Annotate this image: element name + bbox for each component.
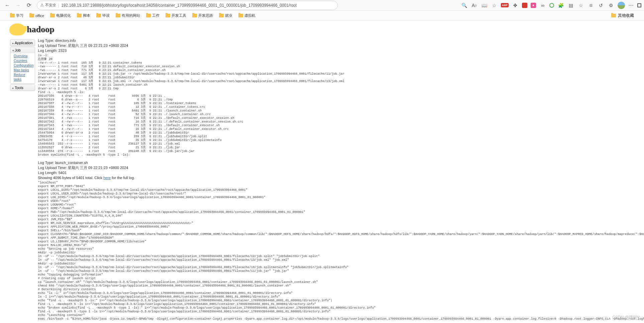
sidebar-job-label: Job	[15, 48, 21, 52]
folder-icon	[116, 14, 120, 17]
log-section: Log Type: launch_container.shLog Upload …	[38, 160, 644, 321]
extension-red-icon[interactable]	[522, 3, 527, 8]
favorite-star-icon[interactable]: ☆	[491, 2, 498, 9]
folder-icon	[50, 14, 55, 17]
hadoop-logo[interactable]: hadoop	[9, 23, 644, 35]
url-text: 192.168.19.107:19888/jobhistory/logs/loc…	[61, 3, 297, 8]
chevron-right-icon: ▸	[12, 42, 14, 45]
log-showing-line: Showing 4096 bytes of 5401 total. Click …	[38, 175, 644, 180]
panel-icon[interactable]: ▤	[567, 2, 574, 9]
insecure-label: 不安全	[45, 3, 56, 8]
performance-icon[interactable]: ⚙	[608, 2, 614, 9]
bookmark-label: 有用的网站	[122, 13, 140, 18]
bookmark-label: 就业	[225, 13, 232, 18]
folder-icon	[96, 14, 101, 17]
back-button[interactable]: ←	[3, 1, 12, 10]
bookmark-item[interactable]: office	[29, 13, 44, 18]
bookmarks-overflow[interactable]: 其他收藏	[611, 13, 634, 18]
bookmark-item[interactable]: 电脑优化	[50, 13, 71, 18]
bookmark-label: 开发思路	[198, 13, 213, 18]
extension-flower-icon[interactable]: ✤	[512, 2, 519, 9]
sidebar-link[interactable]: Map tasks	[14, 68, 33, 73]
log-meta-line: Log Type: directory.info	[38, 38, 644, 43]
insecure-badge: ⚠ 不安全	[40, 3, 56, 8]
bookmark-label: 开发工具	[172, 13, 186, 18]
toolbar-icons: 🔍 A)) 📖 ☆ ABP ✤ ★ ∞ 🧩 ▤ ☆ ⧇ ↺ ⚙ ⋯	[461, 2, 641, 9]
abp-extension-icon[interactable]: ABP	[501, 3, 509, 7]
sidebar-link[interactable]: Overview	[14, 54, 33, 59]
bookmark-item[interactable]: 毕设	[96, 13, 110, 18]
bookmark-item[interactable]: 开发思路	[192, 13, 213, 18]
folder-icon	[29, 14, 34, 17]
puzzle-icon[interactable]: 🧩	[557, 2, 564, 9]
folder-icon	[10, 14, 15, 17]
bookmarks-bar: 学习office电脑优化脚本毕设有用的网站工作开发工具开发思路就业虚拟机 其他收…	[0, 11, 644, 21]
infinity-icon[interactable]: ∞	[539, 2, 546, 9]
folder-icon	[611, 14, 616, 17]
extension-pink-icon[interactable]: ★	[531, 3, 536, 8]
bookmark-item[interactable]: 有用的网站	[116, 13, 140, 18]
folder-icon	[238, 14, 243, 17]
sidebar-section-job: ▾Job OverviewCountersConfigurationMap ta…	[10, 47, 35, 84]
bookmark-label: 学习	[16, 13, 23, 18]
separator: |	[58, 3, 59, 8]
log-body: "localhost" export NM_HTTP_PORT="8042" e…	[38, 181, 644, 321]
sidebar-link[interactable]: Counters	[14, 59, 33, 63]
watermark: CSDN @嘿呗**	[612, 315, 640, 320]
reader-icon[interactable]: 📖	[481, 2, 488, 9]
bookmark-label: 工作	[152, 13, 159, 18]
chevron-right-icon: ▸	[12, 86, 14, 90]
log-content: Log Type: directory.infoLog Upload Time:…	[35, 38, 644, 323]
sidebar: ▸Application ▾Job OverviewCountersConfig…	[10, 39, 35, 92]
sidebar-section-tools: ▸Tools	[10, 84, 35, 91]
more-menu-icon[interactable]: ⋯	[628, 2, 634, 8]
forward-button[interactable]: →	[13, 1, 23, 10]
bookmark-item[interactable]: 虚拟机	[238, 13, 255, 18]
address-bar[interactable]: ⚠ 不安全 | 192.168.19.107:19888/jobhistory/…	[37, 1, 338, 10]
sidebar-header-application[interactable]: ▸Application	[10, 40, 35, 46]
log-meta-line: Log Type: launch_container.sh	[38, 160, 644, 165]
bookmark-label: 脚本	[83, 13, 90, 18]
bookmark-item[interactable]: 工作	[146, 13, 159, 18]
page-header: hadoop	[0, 21, 644, 38]
bookmark-item[interactable]: 脚本	[77, 13, 90, 18]
folder-icon	[166, 14, 170, 17]
elephant-icon	[9, 23, 25, 35]
refresh-button[interactable]: ⟳	[24, 1, 33, 10]
log-meta-line: Log Upload Time: 星期六 三月 09 22:21:23 +080…	[38, 43, 644, 48]
log-meta-line: Log Upload Time: 星期六 三月 09 22:21:23 +080…	[38, 165, 644, 170]
sidebar-header-tools[interactable]: ▸Tools	[10, 85, 35, 91]
text-size-icon[interactable]: A))	[471, 2, 477, 9]
extension-green-icon[interactable]	[549, 3, 554, 8]
bookmark-item[interactable]: 开发工具	[166, 13, 186, 18]
full-log-link[interactable]: here	[103, 176, 111, 180]
bookmark-label: 毕设	[102, 13, 110, 18]
chevron-down-icon: ▾	[12, 49, 14, 52]
sidebar-link[interactable]: Configuration	[14, 63, 33, 68]
log-section: Log Type: directory.infoLog Upload Time:…	[38, 38, 644, 157]
bookmark-item[interactable]: 就业	[219, 13, 232, 18]
favorites-star-icon[interactable]: ☆	[577, 2, 584, 9]
bookmark-label: 虚拟机	[244, 13, 255, 18]
sidebar-job-links: OverviewCountersConfigurationMap tasksRe…	[10, 53, 35, 83]
sidebar-header-job[interactable]: ▾Job	[10, 47, 35, 53]
sidebar-tools-label: Tools	[15, 86, 23, 90]
hadoop-brand-text: hadoop	[27, 24, 54, 34]
bookmark-item[interactable]: 学习	[10, 13, 23, 18]
log-body: ls -l: 总用量 20 -rw-r--r-- 1 root root 105…	[38, 54, 644, 157]
folder-icon	[77, 14, 82, 17]
folder-icon	[146, 14, 151, 17]
log-meta-line: Log Length: 5401	[38, 170, 644, 175]
sidebar-section-application: ▸Application	[10, 39, 35, 46]
browser-toolbar: ← → ⟳ ⚠ 不安全 | 192.168.19.107:19888/jobhi…	[0, 0, 644, 11]
history-icon[interactable]: ↺	[598, 2, 604, 9]
sidebar-link[interactable]: Reduce tasks	[14, 73, 33, 82]
bookmarks-list: 学习office电脑优化脚本毕设有用的网站工作开发工具开发思路就业虚拟机	[10, 13, 255, 18]
sidebar-application-label: Application	[15, 41, 33, 45]
zoom-out-icon[interactable]: 🔍	[461, 2, 467, 9]
collections-icon[interactable]: ⧇	[587, 2, 594, 9]
bookmark-label: 电脑优化	[56, 13, 71, 18]
profile-avatar[interactable]	[618, 2, 625, 9]
main-layout: ▸Application ▾Job OverviewCountersConfig…	[0, 38, 644, 323]
maximize-icon[interactable]	[637, 3, 641, 7]
